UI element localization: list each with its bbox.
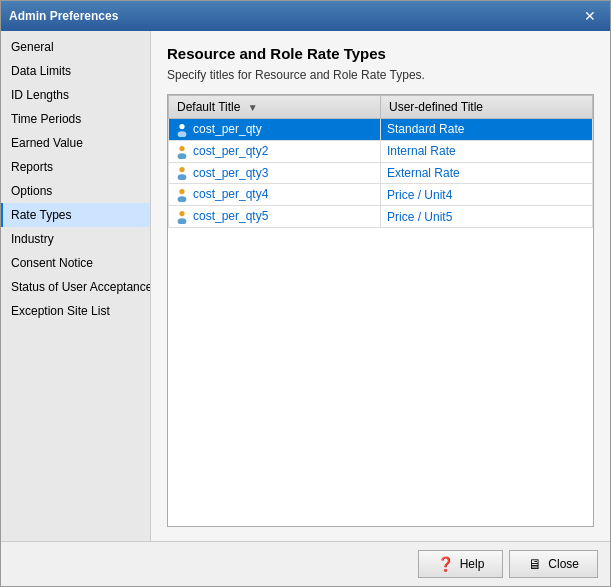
cell-default-title: cost_per_qty5 [169,206,381,228]
col-header-default-title: Default Title ▼ [169,96,381,119]
sidebar-item-general[interactable]: General [1,35,150,59]
main-content: GeneralData LimitsID LengthsTime Periods… [1,31,610,541]
svg-point-4 [179,167,184,172]
title-bar: Admin Preferences ✕ [1,1,610,31]
footer: ❓ Help 🖥 Close [1,541,610,586]
col-header-user-defined-title: User-defined Title [381,96,593,119]
panel-title: Resource and Role Rate Types [167,45,594,62]
sidebar-item-time-periods[interactable]: Time Periods [1,107,150,131]
svg-point-6 [179,189,184,194]
table-row[interactable]: cost_per_qty4Price / Unit4 [169,184,593,206]
sidebar-item-data-limits[interactable]: Data Limits [1,59,150,83]
cell-default-title: cost_per_qty4 [169,184,381,206]
cell-user-defined-title: Price / Unit4 [381,184,593,206]
sidebar-item-id-lengths[interactable]: ID Lengths [1,83,150,107]
sort-arrow-icon: ▼ [248,102,258,113]
admin-preferences-window: Admin Preferences ✕ GeneralData LimitsID… [0,0,611,587]
cell-default-title: cost_per_qty [169,119,381,141]
window-title: Admin Preferences [9,9,118,23]
sidebar: GeneralData LimitsID LengthsTime Periods… [1,31,151,541]
svg-point-5 [178,175,187,181]
sidebar-item-reports[interactable]: Reports [1,155,150,179]
table-row[interactable]: cost_per_qty2Internal Rate [169,140,593,162]
sidebar-item-earned-value[interactable]: Earned Value [1,131,150,155]
table-row[interactable]: cost_per_qty5Price / Unit5 [169,206,593,228]
svg-point-0 [179,124,184,129]
table-row[interactable]: cost_per_qty3External Rate [169,162,593,184]
sidebar-item-status-user-acceptance[interactable]: Status of User Acceptance [1,275,150,299]
panel-description: Specify titles for Resource and Role Rat… [167,68,594,82]
cell-default-title: cost_per_qty2 [169,140,381,162]
close-button[interactable]: 🖥 Close [509,550,598,578]
svg-point-1 [178,131,187,137]
window-close-button[interactable]: ✕ [578,6,602,26]
person-icon [175,188,189,202]
close-footer-icon: 🖥 [528,556,542,572]
help-icon: ❓ [437,556,454,572]
svg-point-7 [178,197,187,203]
person-icon [175,123,189,137]
cell-user-defined-title: Price / Unit5 [381,206,593,228]
sidebar-item-options[interactable]: Options [1,179,150,203]
cell-user-defined-title: External Rate [381,162,593,184]
svg-point-8 [179,211,184,216]
svg-point-3 [178,153,187,159]
cell-user-defined-title: Internal Rate [381,140,593,162]
svg-point-2 [179,146,184,151]
sidebar-item-rate-types[interactable]: Rate Types [1,203,150,227]
table-row[interactable]: cost_per_qtyStandard Rate [169,119,593,141]
person-icon [175,166,189,180]
cell-user-defined-title: Standard Rate [381,119,593,141]
sidebar-item-consent-notice[interactable]: Consent Notice [1,251,150,275]
svg-point-9 [178,218,187,224]
rate-types-table-container: Default Title ▼ User-defined Title cost_… [167,94,594,527]
person-icon [175,210,189,224]
right-panel: Resource and Role Rate Types Specify tit… [151,31,610,541]
cell-default-title: cost_per_qty3 [169,162,381,184]
rate-types-table: Default Title ▼ User-defined Title cost_… [168,95,593,228]
help-button[interactable]: ❓ Help [418,550,504,578]
person-icon [175,145,189,159]
sidebar-item-industry[interactable]: Industry [1,227,150,251]
sidebar-item-exception-site-list[interactable]: Exception Site List [1,299,150,323]
